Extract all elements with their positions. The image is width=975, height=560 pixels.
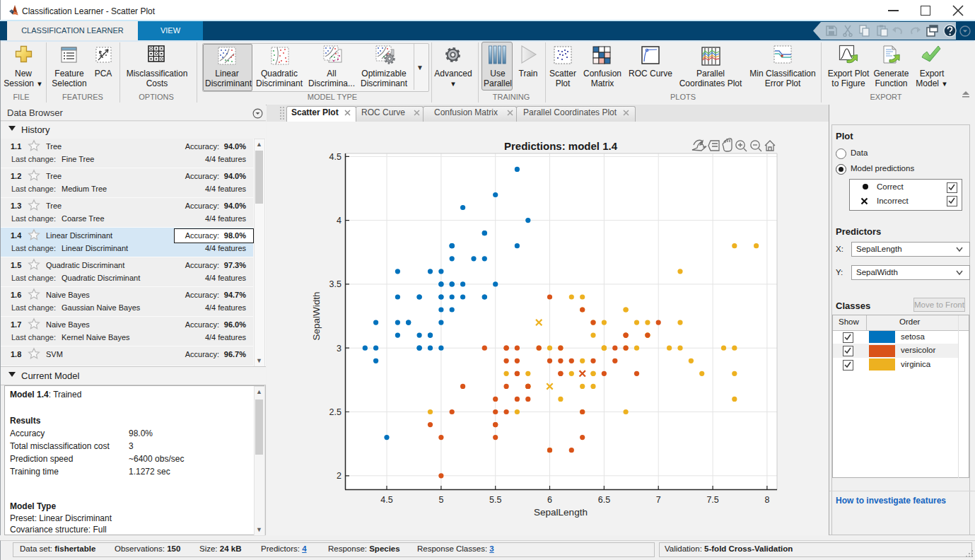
svg-text:6: 6 [547, 495, 552, 505]
svg-text:7: 7 [656, 495, 661, 505]
svg-text:8: 8 [765, 495, 770, 505]
svg-text:SepalWidth: SepalWidth [311, 291, 322, 340]
svg-text:2: 2 [337, 471, 341, 481]
svg-text:4.5: 4.5 [380, 495, 392, 505]
svg-text:5.5: 5.5 [489, 495, 501, 505]
svg-text:5: 5 [438, 495, 443, 505]
svg-text:4: 4 [337, 216, 341, 226]
svg-text:6.5: 6.5 [598, 495, 610, 505]
svg-text:4.5: 4.5 [329, 152, 341, 162]
svg-text:Predictions: model 1.4: Predictions: model 1.4 [504, 140, 618, 152]
svg-text:SepalLength: SepalLength [534, 507, 588, 518]
svg-text:3.5: 3.5 [329, 279, 341, 289]
svg-text:7.5: 7.5 [706, 495, 718, 505]
svg-text:2.5: 2.5 [329, 407, 341, 417]
svg-text:3: 3 [337, 344, 341, 354]
